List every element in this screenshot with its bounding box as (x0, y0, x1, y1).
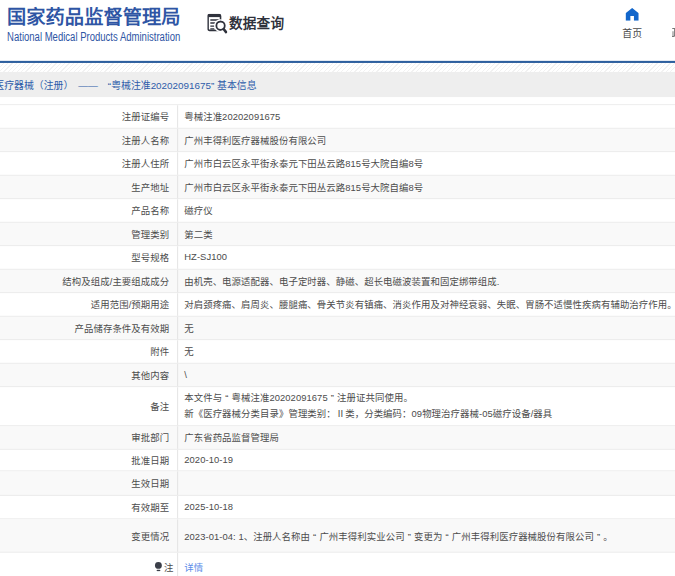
logo-title-cn: 国家药品监督管理局 (7, 8, 229, 28)
row-label: 有效期至 (0, 496, 178, 519)
row-value: 2020-10-19 (178, 450, 675, 471)
row-value: 第二类 (178, 223, 675, 246)
nmpa-logo[interactable]: 国家药品监督管理局 National Medical Products Admi… (7, 8, 229, 43)
value-text: \ (184, 369, 187, 380)
details-link[interactable]: 详情 (184, 560, 203, 574)
row-label: 型号规格 (0, 246, 178, 269)
table-row: 审批部门广东省药品监督管理局 (0, 426, 675, 450)
row-label: 审批部门 (0, 426, 178, 449)
row-label: 注 (0, 552, 178, 576)
table-row: 结构及组成/主要组成成分由机壳、电源适配器、电子定时器、静磁、超长电磁波装置和固… (0, 270, 675, 294)
section-title: 数据查询 (229, 14, 284, 34)
row-label: 其他内容 (0, 364, 178, 387)
remark-lines: 本文件与“粤械注准20202091675”注册证共同使用。新《医疗器械分类目录》… (184, 390, 552, 422)
table-row: 注详情 (0, 552, 675, 576)
note-balloon-icon (155, 562, 163, 572)
row-label: 产品储存条件及有效期 (0, 317, 178, 340)
pinstripe-band (0, 63, 675, 72)
row-label: 变更情况 (0, 519, 178, 551)
value-text: 由机壳、电源适配器、电子定时器、静磁、超长电磁波装置和固定绑带组成. (184, 274, 499, 288)
value-text: 广州市白云区永平街永泰元下田丛云路815号大院自编8号 (184, 157, 423, 171)
value-text: 无 (184, 345, 193, 359)
row-value: 2023-01-04: 1、注册人名称由“广州丰得利实业公司”变更为“广州丰得利… (178, 519, 675, 551)
note-label-text: 注 (164, 560, 173, 574)
detail-table: 注册证编号粤械注准20202091675注册人名称广州丰得利医疗器械股份有限公司… (0, 104, 675, 576)
row-value: 广州市白云区永平街永泰元下田丛云路815号大院自编8号 (178, 152, 675, 175)
row-value: 详情 (178, 552, 675, 576)
table-row: 注册人住所广州市白云区永平街永泰元下田丛云路815号大院自编8号 (0, 152, 675, 176)
table-row: 生产地址广州市白云区永平街永泰元下田丛云路815号大院自编8号 (0, 176, 675, 200)
page: 国家药品监督管理局 National Medical Products Admi… (0, 0, 675, 576)
table-row: 注册证编号粤械注准20202091675 (0, 105, 675, 129)
row-label: 适用范围/预期用途 (0, 293, 178, 316)
table-row: 注册人名称广州丰得利医疗器械股份有限公司 (0, 129, 675, 153)
table-row: 变更情况2023-01-04: 1、注册人名称由“广州丰得利实业公司”变更为“广… (0, 519, 675, 552)
row-label: 备注 (0, 387, 178, 425)
table-row: 生效日期 (0, 471, 675, 495)
row-label: 生效日期 (0, 471, 178, 495)
value-text: 对肩颈疼痛、肩周炎、腰腿痛、骨关节炎有镇痛、消炎作用及对神经衰弱、失眠、胃肠不适… (184, 298, 675, 312)
row-label: 管理类别 (0, 223, 178, 246)
table-row: 其他内容\ (0, 364, 675, 388)
row-value (178, 471, 675, 495)
value-text: 2023-01-04: 1、注册人名称由“广州丰得利实业公司”变更为“广州丰得利… (184, 529, 613, 543)
table-row: 适用范围/预期用途对肩颈疼痛、肩周炎、腰腿痛、骨关节炎有镇痛、消炎作用及对神经衰… (0, 293, 675, 317)
logo-title-en: National Medical Products Administration (7, 31, 180, 43)
table-row: 产品储存条件及有效期无 (0, 317, 675, 341)
row-label: 结构及组成/主要组成成分 (0, 270, 178, 293)
value-text: 第二类 (184, 227, 212, 241)
nav-home-label: 首页 (614, 28, 650, 38)
row-value: 广州市白云区永平街永泰元下田丛云路815号大院自编8号 (178, 176, 675, 199)
value-text: 磁疗仪 (184, 204, 212, 218)
row-value: 无 (178, 340, 675, 363)
row-label: 附件 (0, 340, 178, 363)
row-label: 注册人名称 (0, 129, 178, 152)
nav-home[interactable]: 首页 (614, 8, 650, 38)
row-value: 本文件与“粤械注准20202091675”注册证共同使用。新《医疗器械分类目录》… (178, 387, 675, 425)
row-value: 广东省药品监督管理局 (178, 426, 675, 449)
table-row: 管理类别第二类 (0, 223, 675, 247)
row-label: 批准日期 (0, 450, 178, 471)
home-icon (626, 8, 639, 21)
row-value: 由机壳、电源适配器、电子定时器、静磁、超长电磁波装置和固定绑带组成. (178, 270, 675, 293)
row-value: 粤械注准20202091675 (178, 105, 675, 128)
value-text: 广州市白云区永平街永泰元下田丛云路815号大院自编8号 (184, 180, 423, 194)
value-text: 广州丰得利医疗器械股份有限公司 (184, 133, 326, 147)
value-text: 2025-10-18 (184, 501, 233, 512)
data-query-section[interactable]: 数据查询 (207, 14, 284, 35)
value-text: HZ-SJ100 (184, 252, 227, 263)
breadcrumb: 医疗器械（注册） —— “粤械注准20202091675” 基本信息 (0, 77, 257, 91)
document-search-icon (207, 14, 227, 35)
table-row: 产品名称磁疗仪 (0, 199, 675, 223)
row-value: \ (178, 364, 675, 387)
row-value: 2025-10-18 (178, 496, 675, 519)
nav-next[interactable]: 政务 (672, 28, 675, 38)
row-value: HZ-SJ100 (178, 246, 675, 269)
value-text: 粤械注准20202091675 (184, 110, 280, 124)
value-text: 广东省药品监督管理局 (184, 431, 279, 445)
remark-line2: 新《医疗器械分类目录》管理类别：Ⅱ类，分类编码：09物理治疗器械-05磁疗设备/… (184, 406, 552, 422)
table-row: 型号规格HZ-SJ100 (0, 246, 675, 270)
spacer (0, 97, 675, 104)
row-label: 注册证编号 (0, 105, 178, 128)
value-text: 2020-10-19 (184, 454, 233, 465)
breadcrumb-bar: 医疗器械（注册） —— “粤械注准20202091675” 基本信息 (0, 72, 675, 98)
row-label: 生产地址 (0, 176, 178, 199)
row-value: 广州丰得利医疗器械股份有限公司 (178, 129, 675, 152)
table-row: 有效期至2025-10-18 (0, 496, 675, 520)
row-label: 注册人住所 (0, 152, 178, 175)
row-value: 无 (178, 317, 675, 340)
row-value: 磁疗仪 (178, 199, 675, 222)
page-header: 国家药品监督管理局 National Medical Products Admi… (0, 0, 675, 60)
table-row: 备注本文件与“粤械注准20202091675”注册证共同使用。新《医疗器械分类目… (0, 387, 675, 426)
value-text: 无 (184, 321, 193, 335)
remark-line1: 本文件与“粤械注准20202091675”注册证共同使用。 (184, 390, 552, 406)
table-row: 批准日期2020-10-19 (0, 450, 675, 472)
row-value: 对肩颈疼痛、肩周炎、腰腿痛、骨关节炎有镇痛、消炎作用及对神经衰弱、失眠、胃肠不适… (178, 293, 675, 316)
table-row: 附件无 (0, 340, 675, 364)
row-label: 产品名称 (0, 199, 178, 222)
